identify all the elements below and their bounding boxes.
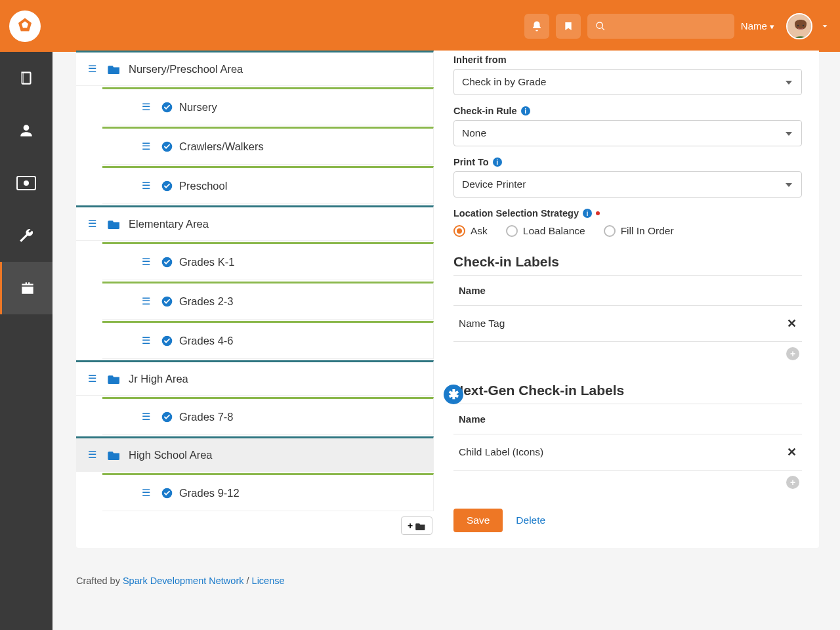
ng-labels-heading: Next-Gen Check-in Labels — [453, 383, 802, 398]
drag-handle[interactable]: ☰ — [142, 411, 151, 423]
area-row[interactable]: ☰Nursery/Preschool Area — [76, 51, 434, 86]
drag-handle[interactable]: ☰ — [142, 256, 151, 268]
remove-label[interactable]: ✕ — [787, 316, 797, 331]
group-label: Grades 7-8 — [179, 411, 234, 423]
bookmark-button[interactable] — [556, 14, 581, 39]
drag-handle[interactable]: ☰ — [142, 335, 151, 346]
area-row[interactable]: ☰Elementary Area — [76, 205, 434, 241]
loc-radio[interactable]: Ask — [453, 225, 488, 237]
group-label: Preschool — [179, 180, 227, 192]
area-row[interactable]: ☰Jr High Area — [76, 360, 434, 396]
profile-chevron[interactable] — [820, 22, 830, 31]
required-indicator — [596, 211, 600, 215]
table-row: Child Label (Icons)✕ — [453, 434, 802, 471]
labels-col: Name — [453, 276, 802, 306]
check-icon — [161, 411, 173, 423]
notifications-button[interactable] — [524, 14, 549, 39]
drag-handle[interactable]: ☰ — [142, 487, 151, 499]
check-icon — [161, 102, 173, 113]
info-icon[interactable]: i — [521, 106, 530, 116]
loc-radio[interactable]: Load Balance — [506, 225, 585, 237]
license-link[interactable]: License — [252, 576, 285, 586]
inherit-label: Inherit from — [453, 54, 802, 65]
info-icon[interactable]: i — [493, 158, 502, 167]
area-label: Jr High Area — [129, 373, 188, 385]
nav-money[interactable] — [0, 157, 52, 209]
left-nav — [0, 52, 52, 602]
drag-handle[interactable]: ☰ — [88, 63, 97, 75]
drag-handle[interactable]: ☰ — [142, 180, 151, 192]
print-select[interactable]: Device Printer — [453, 171, 802, 198]
check-icon — [161, 296, 173, 307]
check-icon — [161, 257, 173, 268]
rule-select[interactable]: None — [453, 120, 802, 146]
drag-handle[interactable]: ☰ — [88, 373, 97, 385]
highlight-badge: ✱ — [444, 385, 463, 404]
group-row[interactable]: ☰Grades K-1 — [102, 242, 434, 280]
areas-tree: ☰Nursery/Preschool Area☰Nursery☰Crawlers… — [76, 51, 434, 548]
add-label-button[interactable]: + — [786, 347, 799, 360]
group-row[interactable]: ☰Grades 4-6 — [102, 321, 434, 359]
group-label: Grades 2-3 — [179, 295, 234, 308]
group-row[interactable]: ☰Grades 7-8 — [102, 397, 434, 435]
add-area-button[interactable]: + — [401, 516, 432, 535]
remove-ng-label[interactable]: ✕ — [787, 445, 797, 459]
drag-handle[interactable]: ☰ — [142, 295, 151, 307]
folder-icon — [108, 450, 121, 460]
nav-briefcase[interactable] — [0, 262, 52, 314]
info-icon[interactable]: i — [583, 209, 592, 218]
print-label: Print Toi — [453, 157, 802, 167]
group-row[interactable]: ☰Grades 2-3 — [102, 282, 434, 320]
loc-label: Location Selection Strategyi — [453, 208, 802, 219]
inherit-select[interactable]: Check in by Grade — [453, 69, 802, 95]
name-dropdown[interactable]: Name ▾ — [741, 20, 774, 32]
user-avatar[interactable] — [786, 13, 812, 39]
folder-icon — [108, 219, 121, 229]
save-button[interactable]: Save — [453, 509, 503, 532]
labels-heading: Check-in Labels — [453, 254, 802, 270]
ng-labels-col: Name — [453, 404, 802, 434]
search-input[interactable] — [587, 14, 734, 39]
table-row: Name Tag✕ — [453, 306, 802, 342]
group-label: Grades 9-12 — [179, 487, 240, 499]
nav-person[interactable] — [0, 104, 52, 157]
drag-handle[interactable]: ☰ — [142, 101, 151, 113]
app-logo[interactable] — [9, 10, 41, 42]
top-header: Name ▾ — [0, 0, 840, 52]
loc-radio-group: AskLoad BalanceFill In Order — [453, 225, 802, 237]
check-icon — [161, 141, 173, 152]
group-row[interactable]: ☰Nursery — [102, 87, 434, 125]
svg-point-2 — [797, 24, 799, 26]
group-label: Grades 4-6 — [179, 335, 234, 347]
group-row[interactable]: ☰Preschool — [102, 166, 434, 204]
nav-book[interactable] — [0, 52, 52, 104]
check-icon — [161, 488, 173, 499]
form-panel: Inherit from Check in by Grade Check-in … — [434, 51, 819, 548]
add-ng-label-button[interactable]: + — [786, 476, 799, 489]
group-label: Nursery — [179, 101, 217, 114]
rule-label: Check-in Rulei — [453, 106, 802, 116]
nav-wrench[interactable] — [0, 209, 52, 262]
area-row[interactable]: ☰High School Area — [76, 436, 434, 472]
loc-radio[interactable]: Fill In Order — [604, 225, 674, 237]
search-icon — [595, 21, 606, 32]
group-label: Crawlers/Walkers — [179, 140, 264, 153]
drag-handle[interactable]: ☰ — [88, 218, 97, 230]
area-label: Nursery/Preschool Area — [129, 63, 243, 75]
delete-link[interactable]: Delete — [516, 514, 545, 526]
folder-icon — [108, 373, 121, 384]
sdn-link[interactable]: Spark Development Network — [123, 576, 244, 586]
svg-point-3 — [803, 24, 804, 26]
check-icon — [161, 335, 173, 346]
footer: Crafted by Spark Development Network / L… — [76, 576, 840, 586]
area-label: Elementary Area — [129, 218, 209, 230]
drag-handle[interactable]: ☰ — [142, 140, 151, 152]
drag-handle[interactable]: ☰ — [88, 449, 97, 461]
group-row[interactable]: ☰Crawlers/Walkers — [102, 127, 434, 165]
group-label: Grades K-1 — [179, 256, 234, 268]
area-label: High School Area — [129, 449, 213, 461]
group-row[interactable]: ☰Grades 9-12 — [102, 473, 434, 511]
svg-point-5 — [24, 180, 29, 186]
folder-icon — [108, 64, 121, 74]
check-icon — [161, 180, 173, 192]
